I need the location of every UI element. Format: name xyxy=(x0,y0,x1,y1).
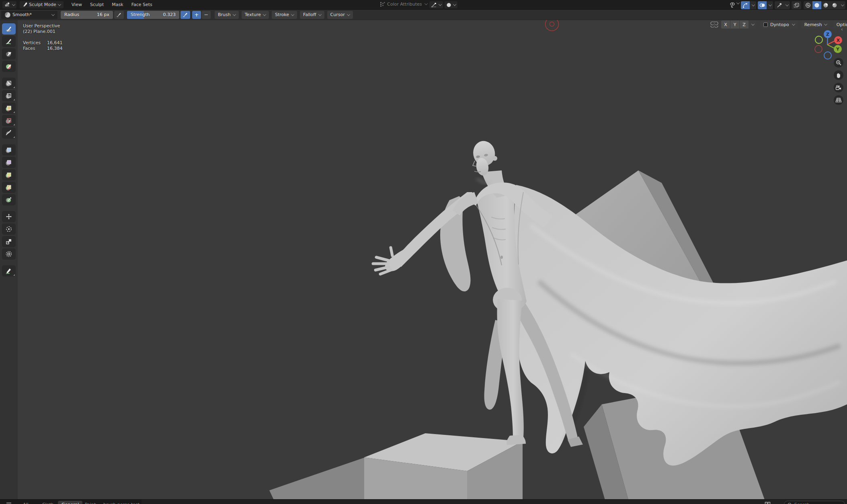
chevron-down-icon xyxy=(453,2,456,6)
strength-label: Strength xyxy=(131,12,150,17)
radius-pressure-toggle[interactable] xyxy=(114,11,124,19)
material-sample-toggle[interactable] xyxy=(775,1,783,9)
panel-texture[interactable]: Texture xyxy=(242,11,269,19)
pedestal-blocks xyxy=(269,433,523,504)
gizmo-dropdown[interactable] xyxy=(750,1,756,9)
tool-box-hide[interactable] xyxy=(2,90,16,101)
tool-color-filter[interactable] xyxy=(2,169,16,180)
perspective-toggle-button[interactable] xyxy=(834,95,843,105)
mirror-y-toggle[interactable]: Y xyxy=(730,20,739,29)
subtool-indicator xyxy=(13,274,15,276)
mirror-z-toggle[interactable]: Z xyxy=(740,20,749,29)
mirror-x-toggle[interactable]: X xyxy=(721,20,730,29)
tool-move[interactable] xyxy=(2,211,16,222)
overlays-dropdown[interactable] xyxy=(767,1,773,9)
tool-draw-face-sets-brush[interactable] xyxy=(2,61,16,72)
shelf-tab-brush-perso-test[interactable]: brush perso test xyxy=(100,501,143,504)
cloth-filter-icon xyxy=(5,159,12,166)
object-visibility-dropdown[interactable] xyxy=(729,2,739,8)
camera-view-button[interactable] xyxy=(834,83,843,92)
toggle-xray-button[interactable] xyxy=(792,1,801,9)
chevron-down-icon xyxy=(841,3,844,6)
mesh-filter-icon xyxy=(5,146,12,154)
tool-annotate[interactable] xyxy=(2,265,16,277)
tool-box-face-set[interactable] xyxy=(2,102,16,114)
panel-brush[interactable]: Brush xyxy=(215,11,239,19)
color-attributes-label: Color Attributes xyxy=(387,2,422,7)
strength-subtract-button[interactable]: − xyxy=(202,11,211,19)
strength-slider[interactable]: Strength 0.323 xyxy=(127,11,179,19)
shelf-tab-paint[interactable]: Paint xyxy=(81,501,99,504)
panel-falloff-label: Falloff xyxy=(303,12,316,17)
strength-pressure-toggle[interactable] xyxy=(180,11,190,19)
menu-view[interactable]: View xyxy=(68,1,86,8)
shading-rendered-button[interactable] xyxy=(830,1,839,9)
pan-button[interactable] xyxy=(834,70,843,80)
dyntopo-label: Dyntopo xyxy=(770,22,789,27)
editor-type-selector[interactable] xyxy=(2,1,16,8)
shading-solid-button[interactable] xyxy=(812,1,821,9)
3d-viewport[interactable]: User Perspective (22) Plane.001 Vertices… xyxy=(0,20,847,504)
chevron-down-icon xyxy=(424,2,427,5)
brush-thumbnail xyxy=(4,12,11,18)
faces-value: 16,384 xyxy=(47,46,63,51)
shelf-tab-cloth[interactable]: Cloth xyxy=(39,501,57,504)
box-mask-icon xyxy=(5,80,12,87)
tool-transform[interactable] xyxy=(2,248,16,260)
strength-add-button[interactable]: + xyxy=(192,11,201,19)
radius-slider[interactable]: Radius 16 px xyxy=(61,11,113,19)
brush-display-dropdown[interactable] xyxy=(445,1,457,8)
tool-mask-brush[interactable] xyxy=(2,48,16,59)
shading-material-button[interactable] xyxy=(821,1,830,9)
gizmo-icon xyxy=(742,2,748,8)
tool-paint-brush[interactable] xyxy=(2,36,16,47)
shelf-tab-all[interactable]: All xyxy=(19,501,32,504)
dyntopo-checkbox[interactable] xyxy=(763,23,768,27)
menu-sculpt[interactable]: Sculpt xyxy=(86,1,108,8)
paint-brush-icon xyxy=(5,38,12,45)
tool-mesh-filter[interactable] xyxy=(2,144,16,156)
panel-cursor[interactable]: Cursor xyxy=(327,11,353,19)
show-gizmo-toggle[interactable] xyxy=(741,1,750,9)
symmetry-butterfly-icon xyxy=(710,21,719,28)
axis-gizmo[interactable]: Z X Y xyxy=(810,24,846,60)
tool-edit-face-set[interactable] xyxy=(2,182,16,193)
menu-face-sets[interactable]: Face Sets xyxy=(127,1,156,8)
panel-falloff[interactable]: Falloff xyxy=(300,11,324,19)
chevron-down-icon xyxy=(347,12,350,16)
panel-stroke[interactable]: Stroke xyxy=(272,11,297,19)
asset-search[interactable] xyxy=(784,501,845,504)
zoom-button[interactable] xyxy=(834,58,843,68)
search-input[interactable] xyxy=(794,502,839,504)
color-attribute-icon xyxy=(379,1,385,7)
menu-mask[interactable]: Mask xyxy=(108,1,127,8)
color-attributes-selector[interactable]: Color Attributes xyxy=(379,1,427,7)
tool-box-mask[interactable] xyxy=(2,78,16,89)
shelf-menu-button[interactable] xyxy=(6,502,12,504)
shading-wireframe-button[interactable] xyxy=(804,1,812,9)
tool-rotate[interactable] xyxy=(2,223,16,235)
tool-mask-by-color[interactable] xyxy=(2,194,16,205)
shading-solid-icon xyxy=(814,2,820,8)
options-dropdown[interactable]: Options xyxy=(833,20,847,29)
mode-selector[interactable]: Sculpt Mode xyxy=(20,1,64,8)
mirror-y-label: Y xyxy=(734,22,736,27)
tool-draw-brush[interactable] xyxy=(2,23,16,35)
brush-falloff-dropdown[interactable] xyxy=(429,1,443,8)
tool-scale[interactable] xyxy=(2,236,16,247)
radius-value: 16 px xyxy=(97,12,109,17)
brush-selector[interactable]: Smooth* xyxy=(1,11,57,19)
tool-cloth-filter[interactable] xyxy=(2,157,16,168)
tool-line-project[interactable] xyxy=(2,127,16,139)
dyntopo-dropdown[interactable]: Dyntopo xyxy=(760,20,798,29)
show-overlays-toggle[interactable] xyxy=(758,1,767,9)
symmetry-dropdown[interactable] xyxy=(749,20,756,29)
shading-dropdown[interactable] xyxy=(839,1,845,9)
box-trim-icon xyxy=(5,117,12,124)
remesh-dropdown[interactable]: Remesh xyxy=(801,20,830,29)
sculpt-toolbar xyxy=(0,20,18,504)
tool-box-trim[interactable] xyxy=(2,115,16,126)
shelf-tab-general[interactable]: General xyxy=(58,501,82,504)
shelf-display-options[interactable] xyxy=(765,502,775,504)
sample-dropdown[interactable] xyxy=(783,1,790,9)
